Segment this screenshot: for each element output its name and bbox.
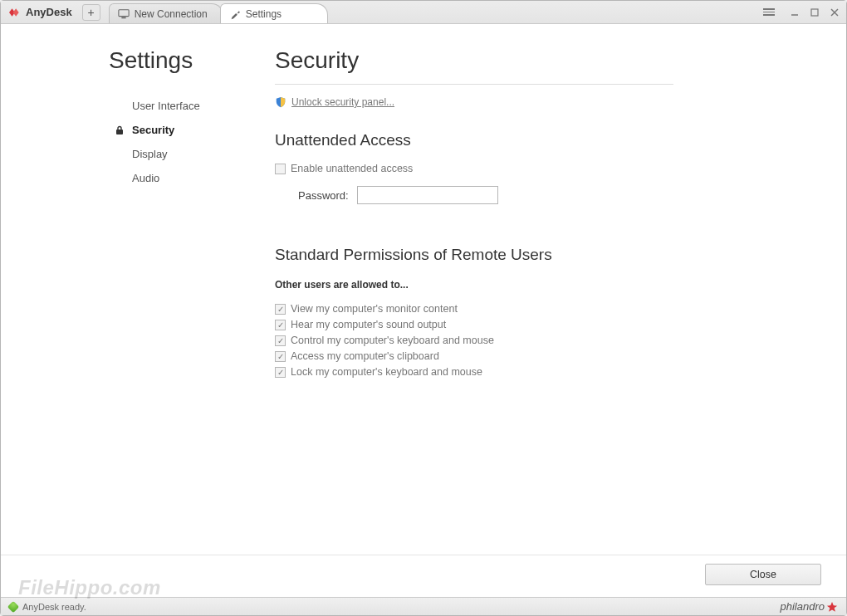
svg-rect-8	[116, 130, 123, 134]
perm-checkbox-view[interactable]	[275, 304, 286, 315]
enable-unattended-label: Enable unattended access	[291, 163, 413, 174]
perm-checkbox-control[interactable]	[275, 335, 286, 346]
status-left: AnyDesk ready.	[9, 602, 86, 612]
perm-row: Control my computer's keyboard and mouse	[275, 335, 821, 346]
sidebar-item-security[interactable]: Security	[109, 118, 250, 142]
unlock-security-link[interactable]: Unlock security panel...	[291, 96, 394, 108]
sidebar-item-label: Audio	[132, 172, 159, 184]
settings-sidebar: Settings User Interface Security Display…	[109, 47, 250, 555]
status-bar: AnyDesk ready. philandro	[1, 597, 846, 615]
sidebar-item-user-interface[interactable]: User Interface	[109, 94, 250, 118]
tab-settings[interactable]: Settings	[220, 3, 328, 23]
titlebar: AnyDesk + New Connection Settings	[1, 1, 846, 24]
settings-main: Security Unlock security panel... Unatte…	[250, 47, 821, 555]
perm-label: Control my computer's keyboard and mouse	[291, 335, 494, 346]
perm-label: Hear my computer's sound output	[291, 319, 446, 330]
close-window-button[interactable]	[828, 6, 841, 19]
section-unattended-title: Unattended Access	[275, 131, 821, 149]
app-logo: AnyDesk	[9, 6, 72, 18]
status-text: AnyDesk ready.	[22, 602, 86, 612]
perm-checkbox-clipboard[interactable]	[275, 351, 286, 362]
password-row: Password:	[298, 186, 821, 204]
app-name: AnyDesk	[26, 6, 72, 18]
bottom-bar: Close	[1, 555, 846, 597]
sidebar-item-audio[interactable]: Audio	[109, 166, 250, 190]
divider	[275, 84, 673, 85]
menu-icon[interactable]	[763, 8, 775, 16]
minimize-button[interactable]	[788, 6, 801, 19]
perm-checkbox-hear[interactable]	[275, 320, 286, 330]
permissions-subtitle: Other users are allowed to...	[275, 279, 821, 291]
svg-rect-3	[121, 17, 125, 18]
monitor-icon	[118, 8, 130, 20]
perm-label: Lock my computer's keyboard and mouse	[291, 366, 482, 378]
status-indicator-icon	[7, 600, 19, 612]
svg-rect-5	[811, 9, 818, 16]
perm-row: Hear my computer's sound output	[275, 319, 821, 330]
app-window: AnyDesk + New Connection Settings	[0, 0, 847, 616]
footer-brand-text: philandro	[781, 600, 825, 613]
tab-bar: New Connection Settings	[109, 1, 325, 23]
sidebar-item-label: Display	[132, 148, 168, 160]
page-title: Security	[275, 47, 821, 74]
perm-row: Access my computer's clipboard	[275, 350, 821, 362]
permissions-list: View my computer's monitor content Hear …	[275, 299, 821, 382]
philandro-icon	[826, 601, 838, 613]
sidebar-item-label: User Interface	[132, 100, 200, 112]
password-input[interactable]	[357, 186, 498, 204]
svg-rect-2	[119, 9, 129, 16]
perm-checkbox-lock[interactable]	[275, 367, 286, 378]
shield-icon	[275, 96, 286, 108]
svg-marker-1	[13, 8, 19, 16]
unlock-row: Unlock security panel...	[275, 96, 821, 108]
close-button[interactable]: Close	[705, 564, 821, 585]
tab-new-connection[interactable]: New Connection	[109, 3, 223, 23]
perm-row: Lock my computer's keyboard and mouse	[275, 366, 821, 378]
password-label: Password:	[298, 189, 349, 202]
perm-label: Access my computer's clipboard	[291, 350, 439, 362]
sidebar-heading: Settings	[109, 47, 250, 74]
section-permissions-title: Standard Permissions of Remote Users	[275, 246, 821, 264]
enable-unattended-row: Enable unattended access	[275, 163, 821, 174]
content-area: Settings User Interface Security Display…	[1, 24, 846, 555]
maximize-button[interactable]	[808, 6, 821, 19]
tab-label: New Connection	[135, 8, 208, 20]
enable-unattended-checkbox[interactable]	[275, 164, 286, 174]
footer-brand: philandro	[781, 600, 839, 613]
lock-icon	[114, 125, 125, 135]
perm-label: View my computer's monitor content	[291, 303, 458, 315]
anydesk-icon	[9, 7, 21, 18]
tab-label: Settings	[246, 8, 282, 20]
perm-row: View my computer's monitor content	[275, 303, 821, 315]
sidebar-item-label: Security	[132, 124, 174, 136]
sidebar-item-display[interactable]: Display	[109, 142, 250, 166]
wrench-icon	[229, 8, 241, 20]
new-tab-button[interactable]: +	[82, 4, 100, 21]
window-controls	[763, 6, 841, 19]
